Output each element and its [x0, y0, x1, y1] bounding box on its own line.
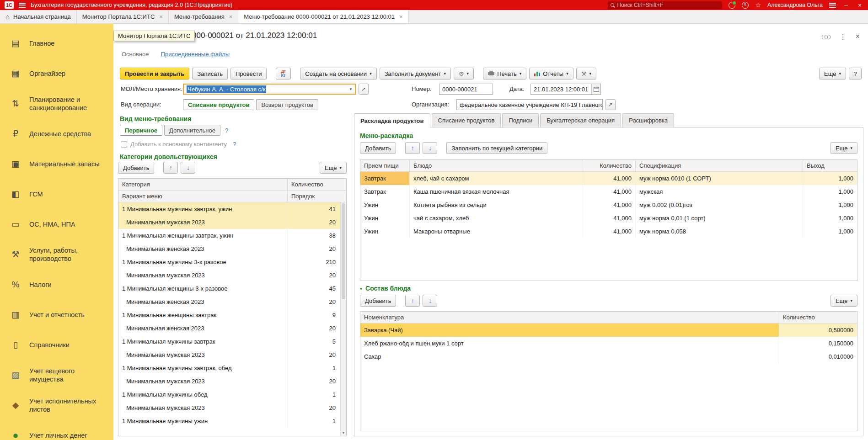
category-cell[interactable]: 1 Минимальная женщины завтрак, ужин [118, 229, 288, 242]
sidebar-item-fuel[interactable]: ◧ГСМ [0, 179, 113, 209]
variant-cell[interactable]: Минимальная мужская 2023 [118, 401, 288, 414]
table-row[interactable]: Минимальная мужская 202320 [118, 375, 340, 388]
open-mol-button[interactable]: ↗ [359, 84, 369, 95]
variant-cell[interactable]: Минимальная мужская 2023 [118, 269, 288, 282]
move-up-button[interactable]: ↑ [163, 162, 178, 174]
current-user[interactable]: Александрова Ольга [767, 2, 823, 8]
help-button[interactable]: ? [849, 68, 862, 80]
variant-cell[interactable]: Минимальная женская 2023 [118, 322, 288, 335]
table-row[interactable]: 1 Минимальная женщины 3-х разовое45 [118, 282, 340, 295]
table-row[interactable]: 1 Минимальная мужчины обед1 [118, 388, 340, 401]
table-row[interactable]: Заварка (Чай) 0,500000 [360, 323, 857, 337]
quantity-cell[interactable]: 41,000 [582, 198, 636, 212]
sidebar-item-money[interactable]: ₽Денежные средства [0, 119, 113, 149]
tab-its-monitor[interactable]: Монитор Портала 1С:ИТС × [77, 10, 169, 23]
output-cell[interactable]: 1,000 [803, 225, 857, 238]
nomenclature-cell[interactable]: Сахар [360, 350, 779, 363]
move-down-button[interactable]: ↓ [423, 295, 437, 307]
category-cell[interactable]: 1 Минимальная мужчины ужин [118, 414, 288, 428]
number-field[interactable]: 0000-000021 [439, 84, 493, 95]
variant-cell[interactable]: Минимальная мужская 2023 [118, 216, 288, 229]
table-row[interactable]: 1 Минимальная мужчины завтрак, ужин41 [118, 202, 340, 216]
create-based-on-button[interactable]: Создать на основании▾ [300, 68, 376, 80]
count-cell[interactable]: 38 [288, 229, 340, 242]
output-cell[interactable]: 1,000 [803, 185, 857, 198]
table-row[interactable]: Минимальная мужская 202320 [118, 216, 340, 229]
favorites-icon[interactable]: ☆ [755, 2, 761, 9]
tab-home[interactable]: ⌂ Начальная страница [0, 10, 77, 23]
sidebar-item-planning[interactable]: ⇅Планирование и санкционирование [0, 89, 113, 119]
sidebar-item-taxes[interactable]: %Налоги [0, 270, 113, 300]
dish-more-button[interactable]: Еще▾ [830, 295, 857, 307]
sidebar-item-main[interactable]: ▤Главное [0, 28, 113, 58]
count-cell[interactable]: 1 [288, 414, 340, 428]
move-down-button[interactable]: ↓ [423, 142, 437, 154]
nav-main-link[interactable]: Основное [122, 51, 149, 58]
tab-product-writeoff[interactable]: Списание продуктов [432, 113, 501, 127]
table-row[interactable]: Минимальная мужская 202320 [118, 269, 340, 282]
count-cell[interactable]: 210 [288, 255, 340, 269]
table-row[interactable]: Сахар 0,010000 [360, 350, 857, 363]
tab-menu-requirements-list[interactable]: Меню-требования × [169, 10, 238, 23]
tools-button[interactable]: ⚒▾ [576, 68, 596, 80]
dropdown-icon[interactable]: ▾ [347, 85, 355, 94]
kind-primary-option[interactable]: Первичное [120, 125, 162, 136]
table-row[interactable]: Минимальная женская 202320 [118, 295, 340, 308]
table-row[interactable]: 1 Минимальная мужчины 3-х разовое210 [118, 255, 340, 269]
help-link[interactable]: ? [225, 127, 228, 134]
close-document-icon[interactable]: × [856, 33, 860, 40]
sidebar-item-accounting[interactable]: ▥Учет и отчетность [0, 300, 113, 330]
more-actions-icon[interactable]: ⋮ [840, 33, 847, 40]
kind-additional-option[interactable]: Дополнительное [164, 125, 220, 136]
category-cell[interactable]: 1 Минимальная мужчины обед [118, 388, 288, 401]
close-tab-icon[interactable]: × [159, 13, 163, 20]
fill-document-button[interactable]: Заполнить документ▾ [380, 68, 451, 80]
nomenclature-cell[interactable]: Заварка (Чай) [360, 323, 779, 337]
table-row[interactable]: Завтрак хлеб, чай с сахаром 41,000 муж н… [360, 172, 857, 185]
fill-by-category-button[interactable]: Заполнить по текущей категории [446, 142, 547, 154]
table-row[interactable]: Минимальная женская 202320 [118, 322, 340, 335]
add-category-button[interactable]: Добавить [118, 162, 154, 174]
operation-return-option[interactable]: Возврат продуктов [256, 99, 318, 110]
dish-cell[interactable]: хлеб, чай с сахаром [410, 172, 582, 185]
count-cell[interactable]: 5 [288, 335, 340, 348]
move-down-button[interactable]: ↓ [181, 162, 195, 174]
table-row[interactable]: Хлеб ржано-обд и пшен.муки 1 сорт 0,1500… [360, 337, 857, 350]
sidebar-item-personal-money[interactable]: ●Учет личных денег [0, 420, 113, 440]
table-row[interactable]: 1 Минимальная мужчины завтрак5 [118, 335, 340, 348]
specification-cell[interactable]: муж норма 0,01 (1 сорт) [636, 212, 803, 225]
help-link[interactable]: ? [233, 141, 236, 148]
count-cell[interactable]: 1 [288, 388, 340, 401]
get-link-icon[interactable] [822, 35, 830, 39]
table-row[interactable]: Ужин Макароны отварные 41,000 муж норма … [360, 225, 857, 238]
quantity-cell[interactable]: 41,000 [582, 172, 636, 185]
quantity-cell[interactable]: 0,500000 [779, 323, 857, 337]
scrollbar-thumb[interactable] [342, 203, 345, 299]
vertical-scrollbar[interactable]: ▼ [340, 202, 346, 436]
post-button[interactable]: Провести [230, 68, 267, 80]
dish-composition-collapse[interactable]: ▾ Состав блюда [360, 285, 411, 292]
table-row[interactable]: Минимальная женская 202320 [118, 242, 340, 255]
sidebar-item-references[interactable]: ▯Справочники [0, 330, 113, 360]
variant-cell[interactable]: Минимальная женская 2023 [118, 295, 288, 308]
print-button[interactable]: Печать▾ [483, 68, 526, 80]
category-cell[interactable]: 1 Минимальная мужчины 3-х разовое [118, 255, 288, 269]
table-row[interactable]: 1 Минимальная женщины завтрак, ужин38 [118, 229, 340, 242]
dish-cell[interactable]: Котлета рыбная из сельди [410, 198, 582, 212]
count-cell[interactable]: 41 [288, 202, 340, 216]
order-cell[interactable]: 20 [288, 322, 340, 335]
category-cell[interactable]: 1 Минимальная мужчины завтрак, ужин [118, 202, 288, 216]
meal-cell[interactable]: Завтрак [360, 172, 410, 185]
order-cell[interactable]: 20 [288, 216, 340, 229]
specification-cell[interactable]: мужская [636, 185, 803, 198]
nomenclature-cell[interactable]: Хлеб ржано-обд и пшен.муки 1 сорт [360, 337, 779, 350]
add-dish-row-button[interactable]: Добавить [360, 142, 396, 154]
sidebar-item-fixed-assets[interactable]: ▭ОС, НМА, НПА [0, 209, 113, 239]
table-row[interactable]: 1 Минимальная мужчины ужин1 [118, 414, 340, 428]
sidebar-item-clothing-property[interactable]: ▨Учет вещевого имущества [0, 360, 113, 390]
count-cell[interactable]: 1 [288, 361, 340, 375]
write-button[interactable]: Записать [192, 68, 228, 80]
quantity-cell[interactable]: 0,010000 [779, 350, 857, 363]
dish-cell[interactable]: чай с сахаром, хлеб [410, 212, 582, 225]
order-cell[interactable]: 20 [288, 295, 340, 308]
